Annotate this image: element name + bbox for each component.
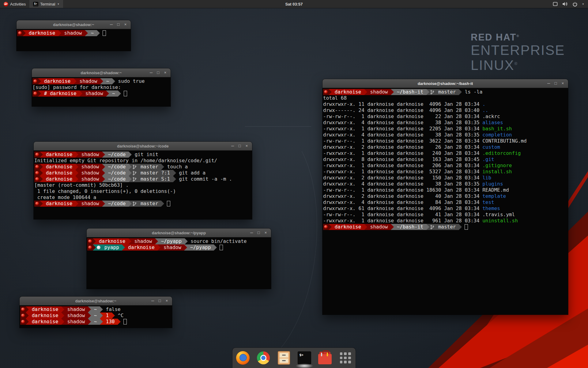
terminal-body[interactable]: darknoise shadow ~/pyapp source bin/acti… — [87, 237, 271, 289]
close-button[interactable]: × — [262, 228, 269, 237]
powerline-separator — [100, 306, 103, 312]
close-button[interactable]: × — [162, 68, 169, 77]
activities-button[interactable]: Activities — [0, 0, 29, 8]
window-titlebar[interactable]: darknoise@shadow:~/pyapp─□× — [87, 228, 271, 237]
prompt-segment-user: darknoise — [29, 312, 61, 319]
powerline-separator — [118, 319, 121, 325]
prompt-segment-iconbg — [32, 78, 38, 84]
maximize-button[interactable]: □ — [155, 68, 162, 77]
redhat-icon — [35, 202, 39, 205]
powerline-separator — [85, 30, 88, 36]
terminal-text: -rw-rw-r--. 1 darknoise darknoise 22 Jan… — [323, 113, 482, 120]
terminal-icon[interactable]: $> — [297, 351, 312, 365]
close-button[interactable]: × — [163, 297, 170, 305]
terminal-body[interactable]: darknoise shadow ~ false darknoise shado… — [20, 305, 172, 328]
chrome-icon[interactable] — [256, 351, 271, 365]
terminal-text: -rwxrwxr-x. 1 darknoise darknoise 2205 J… — [323, 126, 482, 132]
prompt-segment-iconbg — [34, 170, 40, 176]
close-button[interactable]: × — [243, 142, 250, 150]
window-titlebar[interactable]: darknoise@shadow:~/code─□× — [34, 142, 252, 151]
prompt-segment-path: ~ — [91, 306, 100, 312]
terminal-body[interactable]: darknoise shadow ~/code git initInitiali… — [34, 151, 252, 219]
powerline-separator — [75, 170, 78, 176]
terminal-text: [sudo] password for darknoise: — [32, 84, 121, 90]
close-button[interactable]: × — [122, 20, 129, 29]
terminal-text: sudo true — [115, 78, 145, 84]
close-button[interactable]: × — [559, 79, 566, 88]
app-menu-terminal[interactable]: $> Terminal ▼ — [29, 0, 63, 8]
terminal-line: drwxrwxr-x. 2 darknoise darknoise 26 Jan… — [323, 144, 568, 150]
maximize-button[interactable]: □ — [115, 20, 122, 29]
power-icon[interactable] — [573, 2, 577, 6]
terminal-line: -rw-rw-r--. 1 darknoise darknoise 3622 J… — [323, 138, 568, 144]
minimize-button[interactable]: ─ — [545, 79, 552, 88]
volume-icon[interactable] — [562, 2, 568, 6]
redhat-icon — [324, 90, 328, 94]
firefox-icon[interactable] — [236, 351, 250, 365]
powerline-separator — [102, 151, 105, 158]
branch-icon — [430, 90, 434, 94]
prompt-segment-host: shadow — [61, 30, 85, 36]
powerline-separator — [40, 151, 43, 158]
terminal-text: drwx------. 24 darknoise darknoise 4096 … — [323, 107, 482, 113]
chevron-down-icon[interactable]: ▼ — [582, 3, 584, 6]
minimize-button[interactable]: ─ — [248, 228, 255, 237]
maximize-button[interactable]: □ — [156, 297, 163, 305]
terminal-line: drwxrwxr-x. 4 darknoise darknoise 38 Jan… — [323, 120, 568, 126]
terminal-body[interactable]: darknoise shadow ~ sudo true[sudo] passw… — [32, 77, 171, 106]
terminal-text: git init — [132, 151, 158, 158]
prompt-segment-iconbg — [34, 176, 40, 182]
window-titlebar[interactable]: darknoise@shadow:~─□× — [32, 68, 171, 77]
terminal-text: -rwxrwxr-x. 1 darknoise darknoise 5327 J… — [323, 169, 482, 175]
powerline-separator — [161, 164, 164, 170]
files-icon[interactable] — [277, 351, 291, 365]
terminal-text: .ackrc — [482, 113, 500, 120]
prompt-segment-user: darknoise — [41, 78, 74, 84]
maximize-button[interactable]: □ — [236, 142, 243, 150]
powerline-separator — [61, 319, 64, 325]
prompt-segment-path: ~/code — [105, 170, 129, 176]
toolbox-icon[interactable] — [318, 351, 332, 365]
prompt-segment-host: shadow — [82, 90, 106, 97]
powerline-separator — [61, 306, 64, 312]
window-titlebar[interactable]: darknoise@shadow:~/bash-it─□× — [322, 79, 568, 88]
terminal-text: -rw-rw-r--. 1 darknoise darknoise 3622 J… — [323, 138, 482, 144]
terminal-text: 1 file changed, 0 insertions(+), 0 delet… — [34, 188, 176, 194]
minimize-button[interactable]: ─ — [149, 297, 156, 305]
redhat-icon — [88, 246, 92, 249]
terminal-body[interactable]: darknoise shadow ~ — [17, 29, 131, 51]
powerline-separator — [329, 89, 332, 95]
terminal-line: darknoise shadow ~/code master S:1 git c… — [34, 176, 252, 182]
system-status-area[interactable]: ▼ — [553, 0, 588, 8]
terminal-body[interactable]: darknoise shadow ~/bash-it master ls -la… — [322, 88, 568, 315]
prompt-segment-git: master — [429, 89, 459, 95]
app-grid-icon[interactable] — [338, 351, 353, 365]
minimize-button[interactable]: ─ — [108, 20, 115, 29]
window-title: darknoise@shadow:~ — [75, 299, 116, 303]
powerline-separator — [155, 238, 158, 244]
terminal-line: darknoise shadow ~/bash-it master — [323, 224, 568, 230]
rhel-linux-text: LINUX — [471, 57, 514, 73]
powerline-separator — [88, 319, 91, 325]
powerline-separator — [93, 244, 96, 251]
maximize-button[interactable]: □ — [552, 79, 559, 88]
clock[interactable]: Sat 03:57 — [285, 0, 303, 8]
maximize-button[interactable]: □ — [255, 228, 262, 237]
screen-icon[interactable] — [553, 2, 558, 6]
window-titlebar[interactable]: darknoise@shadow:~─□× — [17, 20, 131, 29]
prompt-segment-host: shadow — [78, 164, 102, 170]
prompt-segment-host: shadow — [78, 176, 102, 182]
minimize-button[interactable]: ─ — [148, 68, 155, 77]
prompt-segment-git: master ?:1 — [132, 170, 173, 176]
window-titlebar[interactable]: darknoise@shadow:~─□× — [20, 297, 172, 305]
powerline-separator — [26, 306, 29, 312]
terminal-text: drwxrwxr-x. 4 darknoise darknoise 38 Jan… — [323, 181, 482, 187]
minimize-button[interactable]: ─ — [229, 142, 236, 150]
terminal-text: touch a — [164, 164, 188, 170]
prompt-segment-path: ~ — [91, 319, 100, 325]
terminal-line: drwxrwxr-x. 8 darknoise darknoise 163 Ja… — [323, 156, 568, 163]
redhat-icon — [21, 320, 25, 324]
terminal-app-icon: $> — [33, 2, 38, 6]
terminal-line: drwxrwxr-x. 4 darknoise darknoise 84 Jan… — [323, 199, 568, 205]
prompt-segment-iconbg — [32, 90, 38, 97]
